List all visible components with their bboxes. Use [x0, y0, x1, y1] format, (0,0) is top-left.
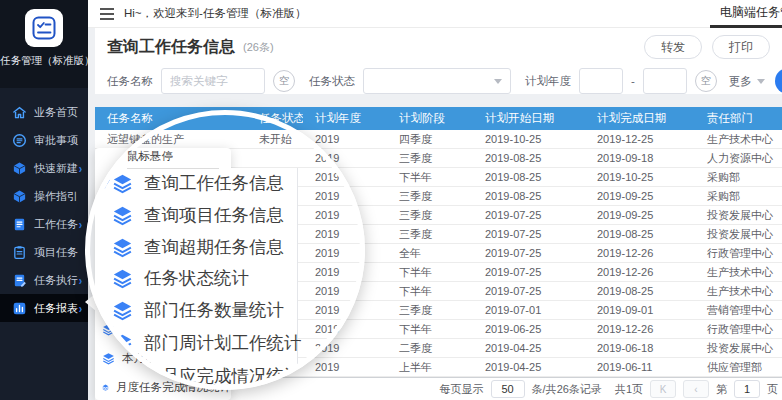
clear-name-button[interactable]: 空: [273, 70, 295, 92]
cell-stage: 三季度: [387, 208, 473, 223]
print-button[interactable]: 打印: [712, 35, 770, 59]
cell-start-date: 2019-08-25: [473, 171, 585, 183]
cell-dept: 投资发展中心: [695, 227, 782, 242]
cell-start-date: 2019-08-25: [473, 190, 585, 202]
sidebar-item-label: 审批事项: [34, 133, 78, 148]
task-status-select[interactable]: [363, 68, 511, 94]
cell-end-date: 2019-09-18: [585, 152, 695, 164]
plan-year-from-input[interactable]: [579, 68, 623, 94]
cell-stage: 下半年: [387, 170, 473, 185]
cell-dept: 行政管理中心: [695, 322, 782, 337]
cell-dept: 生产技术中心: [695, 132, 782, 147]
doc-icon: [12, 217, 27, 232]
cell-dept: 人力资源中心: [695, 151, 782, 166]
records-total-label: 条/共26条记录: [532, 382, 602, 397]
clear-year-button[interactable]: 空: [695, 70, 717, 92]
sidebar-item-quick-create[interactable]: 快速新建›: [0, 154, 88, 182]
layers-icon: [112, 173, 133, 194]
task-name-label: 任务名称: [107, 74, 153, 89]
hamburger-menu-icon[interactable]: [100, 8, 114, 20]
sidebar-logo-area: 任务管理（标准版）: [0, 0, 88, 88]
sidebar: 任务管理（标准版） 业务首页审批事项快速新建›操作指引工作任务›项目任务任务执行…: [0, 0, 88, 400]
app-name: 任务管理（标准版）: [0, 54, 88, 68]
cell-dept: 生产技术中心: [695, 265, 782, 280]
plan-year-label: 计划年度: [525, 74, 571, 89]
cell-stage: 三季度: [387, 151, 473, 166]
page-number-input[interactable]: 1: [734, 380, 760, 398]
magnified-submenu-item-5[interactable]: 部门周计划工作统计: [112, 331, 302, 355]
magnified-submenu-item-2[interactable]: 查询超期任务信息: [112, 235, 284, 259]
cell-end-date: 2019-10-25: [585, 171, 695, 183]
layers-icon: [112, 268, 133, 289]
sidebar-item-task-execution[interactable]: 任务执行›: [0, 266, 88, 294]
magnified-submenu-item-4[interactable]: 部门任务数量统计: [112, 298, 284, 322]
cell-stage: 四季度: [387, 132, 473, 147]
clipboard-icon: [12, 245, 27, 260]
sidebar-item-approvals[interactable]: 审批事项: [0, 126, 88, 154]
cell-dept: 生产技术中心: [695, 284, 782, 299]
welcome-greeting: Hi~，欢迎来到-任务管理（标准版）: [124, 6, 306, 21]
cell-start-date: 2019-04-25: [473, 361, 585, 373]
magnified-submenu-item-0[interactable]: 查询工作任务信息: [112, 171, 284, 195]
cell-year: 2019: [303, 361, 387, 373]
sidebar-item-label: 业务首页: [34, 105, 78, 120]
per-page-input[interactable]: 50: [491, 380, 525, 398]
sidebar-menu: 业务首页审批事项快速新建›操作指引工作任务›项目任务任务执行›任务报表›: [0, 98, 88, 322]
cell-start-date: 2019-04-25: [473, 342, 585, 354]
cell-end-date: 2019-09-25: [585, 190, 695, 202]
layers-icon: [112, 300, 133, 321]
cell-start-date: 2019-07-25: [473, 247, 585, 259]
cell-dept: 投资发展中心: [695, 208, 782, 223]
total-pages-label: 共1页: [615, 382, 643, 397]
layers-icon: [102, 381, 109, 394]
cell-start-date: 2019-06-25: [473, 323, 585, 335]
page-prefix-label: 第: [716, 382, 727, 397]
sidebar-item-project-tasks[interactable]: 项目任务: [0, 238, 88, 266]
chart-icon: [12, 301, 27, 316]
magnified-submenu-item-1[interactable]: 查询项目任务信息: [112, 203, 284, 227]
chevron-right-icon: ›: [79, 273, 82, 287]
tab-pc-task-management[interactable]: 电脑端任务管理: [710, 0, 782, 28]
sidebar-item-label: 任务执行: [34, 273, 78, 288]
magnified-submenu-item-label: 查询工作任务信息: [144, 171, 284, 195]
sidebar-item-guide[interactable]: 操作指引: [0, 182, 88, 210]
sidebar-item-task-reports[interactable]: 任务报表›: [0, 294, 88, 322]
task-name-input[interactable]: [161, 68, 265, 94]
topbar: Hi~，欢迎来到-任务管理（标准版） 电脑端任务管理: [88, 0, 782, 28]
sidebar-item-home[interactable]: 业务首页: [0, 98, 88, 126]
cell-stage: 下半年: [387, 284, 473, 299]
cell-dept: 投资发展中心: [695, 341, 782, 356]
cell-start-date: 2019-07-25: [473, 228, 585, 240]
more-filters-toggle[interactable]: 更多: [729, 74, 765, 89]
year-range-dash: -: [631, 75, 635, 87]
column-header-end-date: 计划完成日期: [585, 111, 695, 126]
filter-submit-button[interactable]: 筛选: [775, 68, 782, 94]
layers-icon: [112, 237, 133, 258]
forward-button[interactable]: 转发: [644, 35, 702, 59]
column-header-dept: 责任部门: [695, 111, 782, 126]
app-window: 任务管理（标准版） 业务首页审批事项快速新建›操作指引工作任务›项目任务任务执行…: [0, 0, 782, 400]
page-header-card: 查询工作任务信息 (26条) 转发 打印 任务名称 空 任务状态 计划年度 - …: [95, 28, 782, 94]
record-count-badge: (26条): [243, 40, 274, 55]
cell-start-date: 2019-07-25: [473, 266, 585, 278]
page-title: 查询工作任务信息: [107, 37, 235, 58]
cell-end-date: 2019-06-18: [585, 342, 695, 354]
sidebar-item-label: 快速新建: [34, 161, 78, 176]
per-page-label: 每页显示: [440, 382, 484, 397]
cell-end-date: 2019-12-26: [585, 247, 695, 259]
sidebar-item-work-tasks[interactable]: 工作任务›: [0, 210, 88, 238]
cell-dept: 行政管理中心: [695, 246, 782, 261]
chevron-down-icon: [494, 79, 502, 84]
first-page-button[interactable]: K: [650, 380, 676, 398]
cell-end-date: 2019-09-25: [585, 209, 695, 221]
cell-dept: 采购部: [695, 170, 782, 185]
sidebar-item-label: 工作任务: [34, 217, 78, 232]
plan-year-to-input[interactable]: [643, 68, 687, 94]
home-icon: [12, 105, 27, 120]
chevron-right-icon: ›: [79, 217, 82, 231]
chevron-down-icon: [757, 79, 765, 84]
magnified-submenu-item-3[interactable]: 任务状态统计: [112, 266, 249, 290]
prev-page-button[interactable]: ‹: [683, 380, 709, 398]
cell-end-date: 2019-09-01: [585, 304, 695, 316]
cell-start-date: 2019-07-25: [473, 285, 585, 297]
